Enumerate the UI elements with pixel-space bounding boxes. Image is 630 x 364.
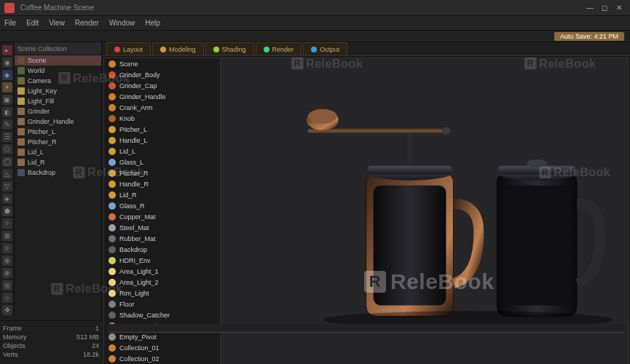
- tool-0[interactable]: ▸: [2, 45, 12, 55]
- outliner-item[interactable]: Lid_R: [15, 157, 101, 167]
- outliner-item[interactable]: World: [15, 66, 101, 76]
- layer-item[interactable]: Knob: [104, 113, 220, 124]
- layer-label: Area_Light_2: [119, 279, 159, 286]
- tool-18[interactable]: ⊗: [2, 268, 12, 278]
- layer-icon: [109, 246, 116, 253]
- tool-3[interactable]: ✦: [2, 82, 12, 92]
- layer-item[interactable]: Backdrop: [104, 244, 220, 255]
- timeline-ruler[interactable]: [108, 324, 624, 333]
- outliner-label: Scene: [28, 57, 47, 64]
- viewport-3d[interactable]: [221, 58, 628, 364]
- menu-bar: FileEditViewRenderWindowHelp: [0, 16, 630, 31]
- layer-label: Steel_Mat: [119, 224, 149, 232]
- layer-item[interactable]: Floor: [104, 298, 220, 309]
- layer-item[interactable]: Grinder_Body: [104, 69, 220, 80]
- tool-14[interactable]: ✧: [2, 218, 12, 229]
- menu-window[interactable]: Window: [109, 19, 135, 27]
- menu-help[interactable]: Help: [145, 19, 160, 27]
- tab-render[interactable]: Render: [256, 42, 302, 55]
- outliner-label: Light_Fill: [28, 98, 54, 105]
- tool-6[interactable]: ✎: [2, 119, 12, 130]
- layer-item[interactable]: Grinder_Cap: [104, 80, 220, 91]
- layer-item[interactable]: Copper_Mat: [104, 211, 220, 222]
- outliner-item[interactable]: Pitcher_L: [15, 127, 101, 137]
- tool-17[interactable]: ⊕: [2, 256, 12, 266]
- close-button[interactable]: ✕: [613, 3, 626, 13]
- tool-15[interactable]: ⊞: [2, 231, 12, 241]
- layer-item[interactable]: Shadow_Catcher: [104, 309, 220, 320]
- outliner-item[interactable]: Grinder_Handle: [15, 116, 101, 127]
- outliner-item[interactable]: Lid_L: [15, 147, 101, 157]
- tool-1[interactable]: ◉: [2, 58, 12, 68]
- menu-edit[interactable]: Edit: [26, 19, 39, 27]
- status-pill: Auto Save: 4:21 PM: [554, 32, 624, 41]
- layer-label: Pitcher_L: [119, 126, 147, 133]
- tab-shading[interactable]: Shading: [205, 42, 254, 55]
- layer-icon: [109, 301, 116, 308]
- layer-label: Lid_R: [119, 191, 137, 199]
- tool-4[interactable]: ▣: [2, 95, 12, 105]
- layer-item[interactable]: Rim_Light: [104, 288, 220, 298]
- layer-label: Floor: [119, 301, 135, 308]
- layer-item[interactable]: Area_Light_1: [104, 266, 220, 277]
- layer-item[interactable]: Glass_R: [104, 200, 220, 211]
- tool-12[interactable]: ◈: [2, 194, 12, 204]
- layer-item[interactable]: Glass_L: [104, 157, 220, 167]
- layer-icon: [109, 82, 116, 90]
- outliner-item[interactable]: Pitcher_R: [15, 137, 101, 147]
- tool-16[interactable]: ◊: [2, 243, 12, 253]
- layer-item[interactable]: Crank_Arm: [104, 102, 220, 113]
- outliner-item[interactable]: Light_Key: [15, 86, 101, 96]
- tool-11[interactable]: ▽: [2, 181, 12, 191]
- object-icon: [17, 87, 25, 95]
- layer-item[interactable]: Handle_R: [104, 178, 220, 189]
- layer-icon: [109, 268, 116, 275]
- layer-icon: [109, 137, 116, 144]
- layer-label: Lid_L: [119, 148, 135, 155]
- layer-item[interactable]: Lid_R: [104, 189, 220, 200]
- layer-item[interactable]: Rubber_Mat: [104, 233, 220, 244]
- layer-item[interactable]: Grinder_Handle: [104, 91, 220, 102]
- tool-8[interactable]: ⬡: [2, 144, 12, 154]
- tool-19[interactable]: ◎: [2, 280, 12, 290]
- maximize-button[interactable]: ◻: [598, 3, 611, 13]
- tab-layout[interactable]: Layout: [106, 42, 151, 55]
- tool-9[interactable]: ◯: [2, 157, 12, 167]
- object-icon: [17, 138, 25, 146]
- layer-icon: [109, 93, 116, 100]
- outliner-label: Pitcher_R: [28, 138, 57, 146]
- outliner-item[interactable]: Scene: [15, 55, 101, 66]
- layer-item[interactable]: Scene: [104, 58, 220, 69]
- layer-label: Rubber_Mat: [119, 235, 156, 242]
- outliner-item[interactable]: Backdrop: [15, 167, 101, 178]
- layer-item[interactable]: Area_Light_2: [104, 277, 220, 288]
- layer-item[interactable]: Lid_L: [104, 146, 220, 157]
- layer-item[interactable]: HDRI_Env: [104, 255, 220, 266]
- stats-panel: Frame1Memory512 MBObjects24Verts18.2k: [0, 321, 102, 364]
- tool-21[interactable]: ❖: [2, 305, 12, 315]
- tab-modeling[interactable]: Modeling: [152, 42, 204, 55]
- outliner-item[interactable]: Camera: [15, 76, 101, 86]
- layer-label: Pitcher_R: [119, 170, 149, 177]
- outliner-item[interactable]: Grinder: [15, 106, 101, 116]
- outliner-item[interactable]: Light_Fill: [15, 96, 101, 106]
- layer-panel: SceneGrinder_BodyGrinder_CapGrinder_Hand…: [104, 58, 221, 364]
- layer-item[interactable]: Steel_Mat: [104, 222, 220, 233]
- minimize-button[interactable]: —: [583, 3, 596, 13]
- object-icon: [17, 57, 25, 64]
- tool-2[interactable]: ◆: [2, 70, 12, 80]
- tool-7[interactable]: ☰: [2, 132, 12, 142]
- menu-file[interactable]: File: [4, 19, 16, 27]
- menu-view[interactable]: View: [49, 19, 65, 27]
- layer-item[interactable]: Pitcher_R: [104, 167, 220, 178]
- app-icon: [4, 3, 15, 13]
- tool-13[interactable]: ⬢: [2, 206, 12, 216]
- tool-5[interactable]: ◐: [2, 107, 12, 117]
- tool-20[interactable]: ☼: [2, 293, 12, 303]
- tool-10[interactable]: △: [2, 169, 12, 179]
- layer-item[interactable]: Handle_L: [104, 135, 220, 146]
- menu-render[interactable]: Render: [75, 19, 99, 27]
- object-icon: [17, 118, 25, 125]
- layer-item[interactable]: Pitcher_L: [104, 124, 220, 135]
- tab-output[interactable]: Output: [303, 42, 347, 55]
